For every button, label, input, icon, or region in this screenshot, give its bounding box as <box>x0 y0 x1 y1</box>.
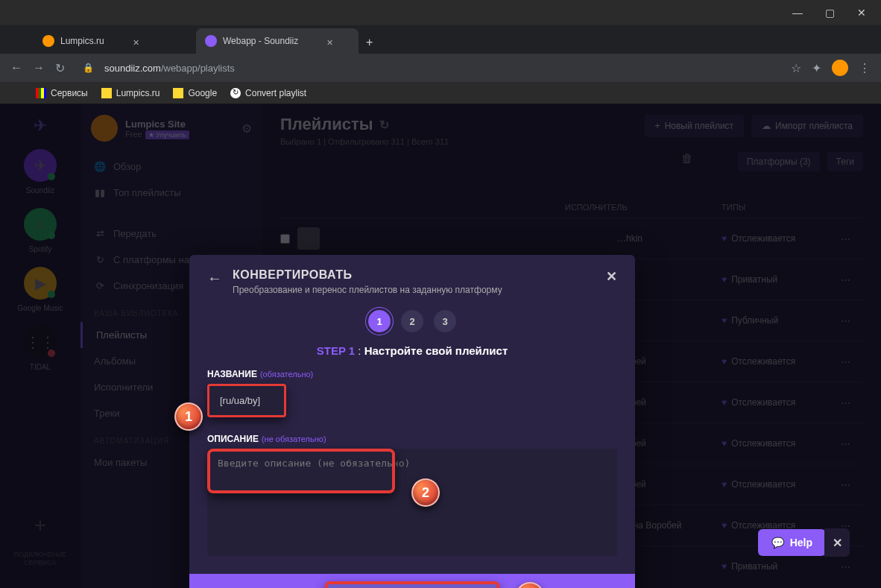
help-button[interactable]: 💬Help <box>758 529 826 556</box>
bookmark-google[interactable]: Google <box>173 88 217 98</box>
callout-2: 2 <box>411 478 440 507</box>
step-3[interactable]: 3 <box>434 310 456 332</box>
bookmarks-bar: Сервисы Lumpics.ru Google ↻Convert playl… <box>0 82 881 104</box>
nav-back-icon[interactable]: ← <box>10 61 22 75</box>
tab-close-icon[interactable]: ✕ <box>326 38 333 45</box>
browser-tab-soundiiz[interactable]: Webapp - Soundiiz ✕ <box>196 28 359 54</box>
chat-icon: 💬 <box>771 537 784 549</box>
title-input[interactable] <box>207 384 286 417</box>
apps-icon <box>36 88 46 98</box>
window-maximize[interactable]: ▢ <box>825 7 835 19</box>
folder-icon <box>173 88 183 98</box>
window-close[interactable]: ✕ <box>857 7 866 19</box>
nav-forward-icon[interactable]: → <box>33 61 45 75</box>
convert-modal: ← КОНВЕРТИРОВАТЬ Преобразование и перено… <box>189 255 635 588</box>
callout-1: 1 <box>174 402 203 431</box>
star-icon[interactable]: ☆ <box>791 61 801 75</box>
browser-tab-lumpics[interactable]: Lumpics.ru ✕ <box>34 28 196 54</box>
help-widget: 💬Help ✕ <box>758 528 850 557</box>
tab-new[interactable]: + <box>359 31 380 54</box>
step-1[interactable]: 1 <box>368 310 391 332</box>
window-minimize[interactable]: — <box>792 7 803 19</box>
folder-icon <box>101 88 112 98</box>
extensions-icon[interactable]: ✦ <box>812 61 821 75</box>
bookmark-lumpics[interactable]: Lumpics.ru <box>101 88 160 98</box>
url-display[interactable]: soundiiz.com/webapp/playlists <box>104 63 780 74</box>
modal-title: КОНВЕРТИРОВАТЬ <box>233 268 606 282</box>
step-2[interactable]: 2 <box>401 310 423 332</box>
step-label: STEP 1 : Настройте свой плейлист <box>189 337 635 369</box>
description-textarea[interactable] <box>207 449 617 556</box>
address-bar: ← → ↻ 🔒 soundiiz.com/webapp/playlists ☆ … <box>0 54 881 82</box>
field-label-title: НАЗВАНИЕ(обязательно) <box>207 369 617 379</box>
close-icon[interactable]: ✕ <box>606 268 617 285</box>
back-arrow-icon[interactable]: ← <box>207 270 222 287</box>
browser-tabs: Lumpics.ru ✕ Webapp - Soundiiz ✕ + <box>0 25 881 54</box>
profile-avatar[interactable] <box>832 60 848 76</box>
apps-shortcut[interactable]: Сервисы <box>36 88 88 98</box>
window-titlebar: — ▢ ✕ <box>0 0 881 25</box>
nav-reload-icon[interactable]: ↻ <box>55 61 65 75</box>
bookmark-convert[interactable]: ↻Convert playlist <box>230 88 306 98</box>
menu-icon[interactable]: ⋮ <box>859 61 871 75</box>
tab-label: Webapp - Soundiiz <box>223 36 298 46</box>
favicon-icon <box>42 35 54 47</box>
help-close-button[interactable]: ✕ <box>824 528 850 557</box>
field-label-desc: ОПИСАНИЕ(не обязательно) <box>207 434 617 444</box>
step-indicator: 1 2 3 <box>189 306 635 337</box>
site-icon: ↻ <box>230 88 241 98</box>
modal-footer: Сохранить конфигурацию <box>189 574 635 588</box>
save-config-button[interactable]: Сохранить конфигурацию <box>325 581 499 588</box>
lock-icon: 🔒 <box>83 63 94 73</box>
modal-description: Преобразование и перенос плейлистов на з… <box>233 285 606 295</box>
tab-close-icon[interactable]: ✕ <box>133 38 139 45</box>
tab-label: Lumpics.ru <box>60 36 104 46</box>
favicon-icon <box>205 35 217 47</box>
